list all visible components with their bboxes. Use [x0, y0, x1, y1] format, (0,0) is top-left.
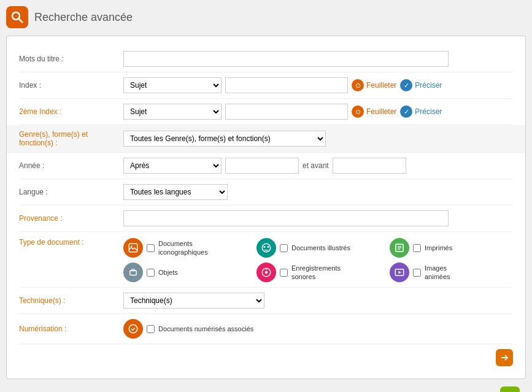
- page-title: Recherche avancée: [34, 11, 133, 24]
- illustres-checkbox[interactable]: [280, 244, 288, 252]
- type-document-row: Type de document : Documentsiconographiq…: [19, 232, 513, 288]
- svg-point-17: [129, 325, 137, 333]
- langue-label: Langue :: [19, 188, 123, 196]
- mots-titre-content: [123, 51, 513, 67]
- technique-select[interactable]: Technique(s) Gravure Lithographie Photog…: [123, 293, 264, 309]
- preciser-icon: ✓: [400, 79, 412, 91]
- mots-titre-input[interactable]: [123, 51, 449, 67]
- technique-row: Technique(s) : Technique(s) Gravure Lith…: [19, 288, 513, 314]
- technique-content: Technique(s) Gravure Lithographie Photog…: [123, 293, 513, 309]
- numerisation-checkbox-label: Documents numérisés associés: [158, 325, 253, 333]
- app-header: Recherche avancée: [6, 6, 526, 28]
- svg-point-6: [268, 246, 269, 248]
- provenance-row: Provenance :: [19, 206, 513, 232]
- doc-iconographiques-item: Documentsiconographiques: [123, 238, 247, 258]
- annee-before-input[interactable]: [333, 158, 406, 174]
- index2-row: 2ème Index : Sujet Titre Auteur Éditeur …: [19, 99, 513, 125]
- imprimes-checkbox[interactable]: [413, 244, 421, 252]
- provenance-input[interactable]: [123, 210, 449, 226]
- iconographiques-label: Documentsiconographiques: [158, 239, 208, 257]
- annee-row: Année : Après Avant Entre et avant: [19, 153, 513, 179]
- provenance-label: Provenance :: [19, 214, 123, 223]
- objets-label: Objets: [158, 268, 178, 277]
- index-content: Sujet Titre Auteur Éditeur ⊙ Feuilleter …: [123, 77, 513, 93]
- objets-icon: [123, 263, 143, 282]
- doc-type-grid: Documentsiconographiques Documents illus…: [123, 238, 513, 282]
- numerisation-label: Numérisation :: [19, 325, 123, 333]
- app-logo: [6, 6, 28, 28]
- index-label: Index :: [19, 81, 123, 90]
- preciser2-icon: ✓: [400, 106, 412, 118]
- mots-titre-row: Mots du titre :: [19, 46, 513, 72]
- svg-point-3: [131, 245, 132, 247]
- type-document-label: Type de document :: [19, 238, 123, 247]
- index-preciser-button[interactable]: ✓ Préciser: [400, 79, 442, 91]
- panel-submit-icon[interactable]: [496, 349, 513, 366]
- langue-row: Langue : Toutes les langues Français Ang…: [19, 179, 513, 206]
- rechercher-button[interactable]: Rechercher: [442, 386, 520, 392]
- svg-point-14: [265, 271, 268, 274]
- index-select[interactable]: Sujet Titre Auteur Éditeur: [123, 77, 222, 93]
- index2-feuilleter-button[interactable]: ⊙ Feuilleter: [352, 106, 396, 118]
- numerisation-icon: [123, 319, 143, 339]
- index-feuilleter-button[interactable]: ⊙ Feuilleter: [352, 79, 396, 91]
- type-document-content: Documentsiconographiques Documents illus…: [123, 238, 513, 282]
- langue-content: Toutes les langues Français Anglais Alle…: [123, 184, 513, 200]
- doc-enregistrements-item: Enregistrementssonores: [256, 263, 380, 282]
- et-avant-label: et avant: [303, 161, 329, 170]
- index-input[interactable]: [225, 77, 348, 93]
- annee-after-input[interactable]: [225, 158, 299, 174]
- svg-point-4: [262, 244, 271, 252]
- doc-objets-item: Objets: [123, 263, 247, 282]
- enregistrements-label: Enregistrementssonores: [291, 264, 341, 282]
- rechercher-icon: [500, 386, 520, 392]
- images-animees-label: Imagesanimées: [425, 264, 450, 282]
- enregistrements-checkbox[interactable]: [280, 269, 288, 277]
- doc-imprimes-item: Imprimés: [390, 238, 513, 258]
- index2-input[interactable]: [225, 104, 348, 120]
- annee-select[interactable]: Après Avant Entre: [123, 158, 222, 174]
- images-animees-icon: [390, 263, 409, 282]
- iconographiques-icon: [123, 238, 143, 258]
- illustres-label: Documents illustrés: [291, 244, 350, 252]
- langue-select[interactable]: Toutes les langues Français Anglais Alle…: [123, 184, 228, 200]
- enregistrements-icon: [256, 263, 276, 282]
- genre-label: Genre(s), forme(s) et fonction(s) :: [19, 130, 123, 147]
- imprimes-label: Imprimés: [425, 244, 452, 252]
- genre-row: Genre(s), forme(s) et fonction(s) : Tout…: [7, 125, 525, 153]
- images-animees-checkbox[interactable]: [413, 269, 421, 277]
- illustres-icon: [256, 238, 276, 258]
- feuilleter-icon: ⊙: [352, 79, 364, 91]
- panel-footer: [19, 344, 513, 366]
- svg-point-5: [264, 246, 266, 248]
- technique-label: Technique(s) :: [19, 296, 123, 305]
- doc-illustres-item: Documents illustrés: [256, 238, 380, 258]
- numerisation-checkbox[interactable]: [147, 325, 155, 333]
- index-row: Index : Sujet Titre Auteur Éditeur ⊙ Feu…: [19, 72, 513, 99]
- svg-line-1: [19, 19, 23, 23]
- doc-images-animees-item: Imagesanimées: [390, 263, 513, 282]
- annee-label: Année :: [19, 161, 123, 170]
- numerisation-content: Documents numérisés associés: [123, 319, 513, 339]
- index2-preciser-button[interactable]: ✓ Préciser: [400, 106, 442, 118]
- numerisation-row: Numérisation : Documents numérisés assoc…: [19, 314, 513, 344]
- svg-point-0: [12, 12, 20, 20]
- genre-content: Toutes les Genre(s), forme(s) et fonctio…: [123, 131, 513, 147]
- provenance-content: [123, 210, 513, 226]
- objets-checkbox[interactable]: [147, 269, 155, 277]
- iconographiques-checkbox[interactable]: [147, 244, 155, 252]
- search-button-area: Rechercher: [6, 379, 526, 392]
- index2-label: 2ème Index :: [19, 107, 123, 116]
- index2-select[interactable]: Sujet Titre Auteur Éditeur: [123, 104, 222, 120]
- mots-titre-label: Mots du titre :: [19, 55, 123, 63]
- index2-content: Sujet Titre Auteur Éditeur ⊙ Feuilleter …: [123, 104, 513, 120]
- imprimes-icon: [390, 238, 409, 258]
- search-form-panel: Mots du titre : Index : Sujet Titre Aute…: [6, 36, 526, 379]
- genre-select[interactable]: Toutes les Genre(s), forme(s) et fonctio…: [123, 131, 326, 147]
- annee-content: Après Avant Entre et avant: [123, 158, 513, 174]
- feuilleter2-icon: ⊙: [352, 106, 364, 118]
